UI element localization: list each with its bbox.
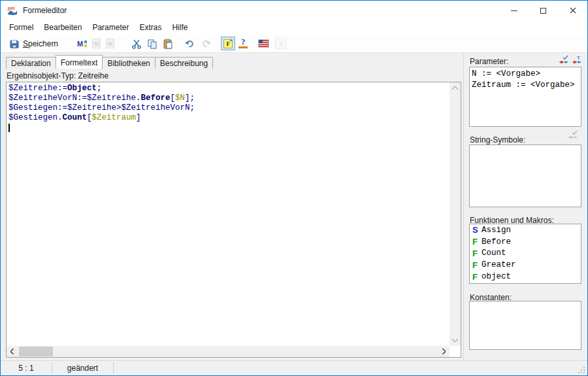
string-symbols-list[interactable] <box>469 145 581 207</box>
formula-code[interactable]: $Zeitreihe:=Object;$ZeitreiheVorN:=$Zeit… <box>7 82 449 346</box>
insert-help-icon: ? <box>238 39 248 48</box>
new-parameter-icon: M <box>76 39 87 48</box>
paste-button[interactable] <box>161 36 175 52</box>
parameter-type-button[interactable]: T <box>572 55 582 67</box>
maximize-button[interactable] <box>529 1 558 20</box>
undo-icon <box>184 39 195 48</box>
save-button[interactable]: Speichern <box>6 36 61 52</box>
redo-button <box>199 36 214 52</box>
parameter-item[interactable]: Zeitraum := <Vorgabe> <box>472 80 579 91</box>
function-type-icon: S <box>472 225 482 235</box>
formula-quote-toggle[interactable]: F” <box>221 36 235 52</box>
language-button[interactable] <box>256 36 272 52</box>
maximize-icon <box>540 8 546 14</box>
edit-parameter-icon: M <box>92 39 101 48</box>
parameter-item[interactable]: N := <Vorgabe> <box>472 69 579 80</box>
tab-strip: DeklarationFormeltextBibliothekenBeschre… <box>6 55 213 69</box>
minimize-button[interactable] <box>499 1 529 20</box>
menu-item-parameter[interactable]: Parameter <box>87 21 134 34</box>
scroll-left-icon[interactable] <box>7 346 18 357</box>
function-name: object <box>482 272 511 281</box>
code-line: $Gestiegen:=$Zeitreihe>$ZeitreiheVorN; <box>8 103 449 113</box>
scroll-down-icon[interactable] <box>449 335 461 346</box>
function-type-icon: F <box>472 272 482 282</box>
function-type-icon: F <box>472 237 482 247</box>
svg-text:pm: pm <box>7 6 15 11</box>
function-name: Before <box>482 237 511 247</box>
function-item-assign[interactable]: SAssign <box>470 224 581 236</box>
formula-editor[interactable]: $Zeitreihe:=Object;$ZeitreiheVorN:=$Zeit… <box>6 82 461 358</box>
svg-text:T: T <box>577 55 580 61</box>
string-symbol-button-disabled <box>568 130 578 143</box>
main-content: DeklarationFormeltextBibliothekenBeschre… <box>1 53 587 360</box>
function-item-count[interactable]: FCount <box>470 248 581 260</box>
copy-parameter-icon: M <box>106 39 114 48</box>
function-name: Assign <box>482 226 511 235</box>
formeleditor-window: pm Formeleditor FormelBearbeitenParamete… <box>0 0 588 376</box>
tab-bibliotheken[interactable]: Bibliotheken <box>102 57 155 69</box>
new-parameter-button[interactable]: M <box>74 36 89 52</box>
menu-item-extras[interactable]: Extras <box>134 21 167 34</box>
horizontal-scroll-thumb[interactable] <box>19 347 53 356</box>
cut-button[interactable] <box>129 36 144 52</box>
result-type-label: Ergebnisobjekt-Typ: Zeitreihe <box>7 71 108 80</box>
copy-parameter-button: M <box>104 36 116 52</box>
vertical-scrollbar[interactable] <box>449 82 461 346</box>
help-button: ? <box>273 36 288 52</box>
parameter-type-icon: T <box>572 55 582 65</box>
cut-icon <box>131 39 142 49</box>
function-name: Count <box>482 248 506 258</box>
title-bar[interactable]: pm Formeleditor <box>1 1 587 20</box>
function-type-icon: F <box>472 248 482 258</box>
window-title: Formeleditor <box>23 6 67 15</box>
code-line: $Zeitreihe:=Object; <box>8 84 449 94</box>
save-button-label: Speichern <box>23 39 58 48</box>
horizontal-scrollbar[interactable] <box>7 346 449 357</box>
function-item-greater[interactable]: FGreater <box>470 259 581 271</box>
undo-button[interactable] <box>182 36 197 52</box>
function-item-object[interactable]: Fobject <box>470 271 581 282</box>
code-line: $Gestiegen.Count[$Zeitraum] <box>8 113 449 123</box>
string-symbol-icon <box>568 130 578 140</box>
string-symbols-panel-label: String-Symbole: <box>470 135 525 145</box>
function-item-before[interactable]: FBefore <box>470 236 581 248</box>
constants-list[interactable] <box>469 301 581 350</box>
menu-item-formel[interactable]: Formel <box>4 21 39 34</box>
menu-item-hilfe[interactable]: Hilfe <box>167 21 193 34</box>
parameter-panel-label: Parameter: <box>470 57 508 66</box>
close-button[interactable] <box>558 1 587 20</box>
menu-bar: FormelBearbeitenParameterExtrasHilfe <box>1 20 587 35</box>
functions-list[interactable]: SAssignFBeforeFCountFGreaterFobject <box>469 224 581 284</box>
cursor-position: 5 : 1 <box>1 361 52 375</box>
resize-grip[interactable] <box>578 367 585 373</box>
flag-icon <box>258 39 270 48</box>
parameter-list[interactable]: N := <Vorgabe>Zeitraum := <Vorgabe> <box>469 67 581 127</box>
edit-parameter-button: M <box>90 36 103 52</box>
tab-deklaration[interactable]: Deklaration <box>6 57 56 69</box>
code-line: $ZeitreiheVorN:=$Zeitreihe.Before[$N]; <box>8 94 449 103</box>
app-icon: pm <box>7 5 18 16</box>
help-icon: ? <box>275 38 286 49</box>
function-name: Greater <box>482 260 516 269</box>
parameter-default-button[interactable] <box>559 55 569 67</box>
save-icon <box>9 39 20 49</box>
insert-help-button[interactable]: ? <box>237 36 250 52</box>
menu-item-bearbeiten[interactable]: Bearbeiten <box>39 21 87 34</box>
tab-beschreibung[interactable]: Beschreibung <box>155 57 213 69</box>
parameter-check-icon <box>559 55 569 65</box>
modified-status: geändert <box>52 361 113 375</box>
close-icon <box>570 7 576 14</box>
status-bar: 5 : 1 geändert <box>1 360 587 375</box>
function-type-icon: F <box>472 260 482 270</box>
formula-quote-icon: F” <box>221 37 235 50</box>
toolbar: Speichern M M M <box>1 35 587 53</box>
scroll-right-icon[interactable] <box>438 346 449 357</box>
minimize-icon <box>511 10 517 11</box>
tab-formeltext[interactable]: Formeltext <box>56 55 103 69</box>
panel-separator <box>463 53 464 360</box>
paste-icon <box>163 39 173 49</box>
scroll-up-icon[interactable] <box>449 82 461 94</box>
redo-icon <box>201 39 212 48</box>
copy-icon <box>147 39 157 49</box>
copy-button[interactable] <box>145 36 159 52</box>
